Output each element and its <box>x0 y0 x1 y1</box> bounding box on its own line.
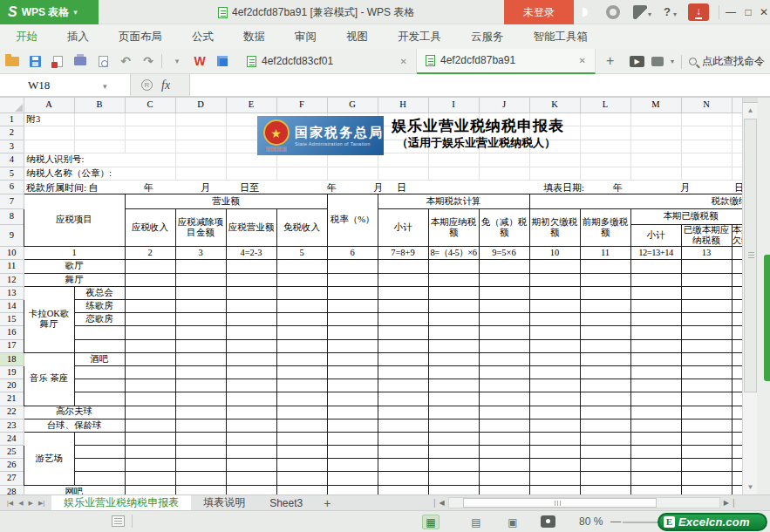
cell[interactable] <box>74 140 125 153</box>
cell[interactable] <box>226 419 276 432</box>
row-header[interactable]: 19 <box>0 365 24 379</box>
cell[interactable] <box>125 273 175 286</box>
cell[interactable] <box>276 485 327 494</box>
cell[interactable] <box>125 352 175 365</box>
cell[interactable] <box>175 352 226 365</box>
cell[interactable]: 免（减）税额 <box>479 209 529 247</box>
cell[interactable]: 应税营业额 <box>226 209 276 247</box>
cell[interactable] <box>276 472 327 485</box>
cell[interactable] <box>378 286 428 299</box>
settings-gear-icon[interactable] <box>606 5 620 19</box>
vertical-scroll-thumb[interactable] <box>744 119 757 392</box>
stamp-icon[interactable]: R <box>141 79 153 91</box>
column-header[interactable]: K <box>529 98 580 113</box>
wps-app-button[interactable]: S WPS 表格 ▾ <box>0 0 99 24</box>
cell[interactable] <box>378 339 428 352</box>
row-header[interactable]: 17 <box>0 339 24 352</box>
cell[interactable] <box>226 365 276 379</box>
cell[interactable] <box>580 126 630 140</box>
cell[interactable] <box>630 406 681 419</box>
cell[interactable] <box>630 432 681 445</box>
cell[interactable] <box>630 472 681 485</box>
command-search[interactable]: 点此查找命令 <box>689 54 765 69</box>
cell[interactable] <box>226 300 276 313</box>
column-header[interactable]: I <box>428 98 479 113</box>
cell[interactable] <box>428 273 479 286</box>
cell[interactable] <box>630 140 681 153</box>
cell[interactable] <box>479 167 529 181</box>
cell[interactable] <box>378 419 428 432</box>
column-header[interactable]: B <box>74 98 125 113</box>
cell[interactable] <box>125 326 175 339</box>
row-header[interactable]: 14 <box>0 300 24 313</box>
cell[interactable] <box>681 365 732 379</box>
cell[interactable] <box>630 459 681 472</box>
open-folder-icon[interactable] <box>2 51 23 71</box>
cell[interactable] <box>681 313 732 326</box>
cell[interactable] <box>125 286 175 299</box>
cell[interactable] <box>378 365 428 379</box>
cell[interactable] <box>630 300 681 313</box>
cell[interactable] <box>276 339 327 352</box>
close-button[interactable]: ✕ <box>757 0 770 24</box>
cell[interactable]: 10 <box>529 247 580 260</box>
cell[interactable] <box>327 326 378 339</box>
cell[interactable] <box>580 167 630 181</box>
cell[interactable] <box>580 365 630 379</box>
cell[interactable] <box>276 260 327 273</box>
cell[interactable]: 营业额 <box>125 194 327 209</box>
cell[interactable] <box>378 432 428 445</box>
cell[interactable] <box>24 126 74 140</box>
cell[interactable] <box>529 365 580 379</box>
cell[interactable] <box>630 339 681 352</box>
row-header[interactable]: 10 <box>0 247 24 260</box>
cell[interactable] <box>428 339 479 352</box>
cell[interactable] <box>226 432 276 445</box>
template-cube-icon[interactable] <box>212 51 233 71</box>
cell[interactable] <box>175 326 226 339</box>
cell[interactable] <box>681 485 732 494</box>
cell[interactable] <box>479 260 529 273</box>
cell[interactable] <box>479 326 529 339</box>
cell[interactable] <box>479 419 529 432</box>
row-header[interactable]: 12 <box>0 273 24 286</box>
cell[interactable]: 11 <box>580 247 630 260</box>
cell[interactable] <box>479 313 529 326</box>
help-icon[interactable]: ? <box>660 5 674 19</box>
cell[interactable] <box>529 446 580 459</box>
cell[interactable] <box>175 419 226 432</box>
cell[interactable] <box>175 167 226 181</box>
row-header[interactable]: 7 <box>0 194 24 209</box>
cell[interactable] <box>226 273 276 286</box>
cell[interactable] <box>226 352 276 365</box>
cell[interactable] <box>378 300 428 313</box>
scroll-right-icon[interactable]: ▶ <box>724 499 729 507</box>
cell[interactable] <box>74 446 125 459</box>
fx-icon[interactable]: fx <box>161 78 170 92</box>
cell[interactable] <box>175 392 226 406</box>
cell[interactable] <box>681 273 732 286</box>
cell[interactable] <box>428 472 479 485</box>
cell[interactable] <box>681 419 732 432</box>
cell[interactable] <box>276 286 327 299</box>
cell[interactable] <box>175 140 226 153</box>
cell[interactable] <box>327 365 378 379</box>
cell[interactable] <box>479 300 529 313</box>
cell[interactable] <box>327 446 378 459</box>
cell[interactable] <box>630 419 681 432</box>
column-header[interactable]: E <box>226 98 276 113</box>
cell[interactable] <box>580 260 630 273</box>
cell[interactable] <box>580 286 630 299</box>
cell[interactable]: 本期已缴税额 <box>630 209 751 225</box>
cell[interactable] <box>479 339 529 352</box>
cell[interactable] <box>428 260 479 273</box>
cell[interactable] <box>226 459 276 472</box>
minimize-button[interactable]: — <box>724 0 738 24</box>
cell[interactable] <box>125 392 175 406</box>
cell[interactable] <box>529 432 580 445</box>
cell[interactable] <box>479 352 529 365</box>
zoom-out-icon[interactable]: — <box>610 515 621 528</box>
cell[interactable] <box>580 419 630 432</box>
cell[interactable]: 7=8+9 <box>378 247 428 260</box>
cell[interactable] <box>378 472 428 485</box>
